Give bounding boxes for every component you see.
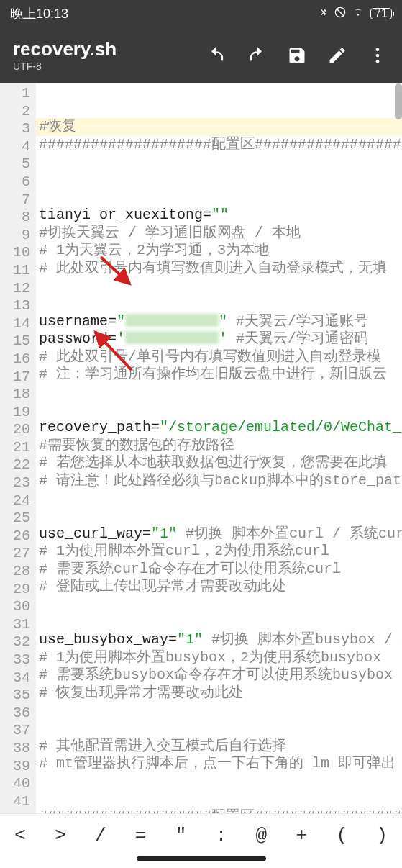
code-line[interactable]: use_curl_way="1" #切换 脚本外置curl / 系统curl <box>36 525 402 543</box>
code-line[interactable]: # 需要系统busybox命令存在才可以使用系统busybox <box>36 666 402 684</box>
code-line[interactable] <box>36 773 402 791</box>
code-line[interactable] <box>36 277 402 295</box>
symbol-key[interactable]: + <box>281 825 321 846</box>
code-editor[interactable]: 1234567891011121314151617181920212223242… <box>0 83 402 813</box>
line-number: 13 <box>0 297 36 315</box>
line-number: 37 <box>0 722 36 740</box>
line-number: 19 <box>0 404 36 422</box>
code-line[interactable]: use_busybox_way="1" #切换 脚本外置busybox / 系 <box>36 631 402 649</box>
line-number: 8 <box>0 209 36 227</box>
line-number: 22 <box>0 456 36 474</box>
code-line[interactable] <box>36 614 402 632</box>
dnd-icon <box>334 6 346 21</box>
code-line[interactable]: # mt管理器执行脚本后，点一下右下角的 lm 即可弹出 <box>36 755 402 773</box>
line-number: 41 <box>0 793 36 811</box>
code-line[interactable]: # 若您选择从本地获取数据包进行恢复，您需要在此填 <box>36 454 402 472</box>
code-line[interactable]: tianyi_or_xuexitong="" <box>36 207 402 225</box>
line-number: 7 <box>0 191 36 209</box>
code-line[interactable] <box>36 384 402 402</box>
svg-point-3 <box>376 54 380 58</box>
line-number: 17 <box>0 369 36 386</box>
line-number: 14 <box>0 315 36 333</box>
line-number: 33 <box>0 651 36 669</box>
bluetooth-icon <box>319 6 329 22</box>
app-bar: recovery.sh UTF-8 <box>0 27 402 83</box>
code-line[interactable]: # 此处双引号/单引号内有填写数值则进入自动登录模 <box>36 348 402 366</box>
code-line[interactable]: recovery_path="/storage/emulated/0/WeCha… <box>36 419 402 437</box>
line-number: 30 <box>0 598 36 616</box>
line-number: 28 <box>0 563 36 581</box>
line-number: 40 <box>0 775 36 793</box>
file-name: recovery.sh <box>13 39 198 60</box>
code-line[interactable]: # 需要系统curl命令存在才可以使用系统curl <box>36 561 402 579</box>
redacted-text <box>125 331 219 344</box>
save-button[interactable] <box>278 37 316 74</box>
symbol-key[interactable]: < <box>0 825 40 846</box>
line-number: 24 <box>0 492 36 510</box>
code-line[interactable]: # 请注意！此处路径必须与backup脚本中的store_pat <box>36 472 402 490</box>
line-number: 31 <box>0 616 36 634</box>
symbol-bar: <>/=":@+() <box>0 813 402 856</box>
code-line[interactable]: ####################配置区################# <box>36 808 402 813</box>
symbol-key[interactable]: > <box>40 825 81 846</box>
code-line[interactable] <box>36 295 402 313</box>
line-number: 12 <box>0 280 36 298</box>
line-number: 20 <box>0 421 36 439</box>
code-line[interactable] <box>36 153 402 171</box>
code-line[interactable]: #恢复 <box>36 118 402 136</box>
code-line[interactable]: #需要恢复的数据包的存放路径 <box>36 437 402 455</box>
line-number: 6 <box>0 173 36 191</box>
line-number: 9 <box>0 227 36 245</box>
symbol-key[interactable]: " <box>161 825 201 846</box>
code-line[interactable]: # 注：学习通所有操作均在旧版云盘中进行，新旧版云 <box>36 366 402 384</box>
code-line[interactable]: #切换天翼云 / 学习通旧版网盘 / 本地 <box>36 225 402 243</box>
symbol-key[interactable]: / <box>81 825 121 846</box>
code-line[interactable]: # 1为使用脚本外置busybox，2为使用系统busybox <box>36 649 402 667</box>
code-line[interactable]: # 登陆或上传出现异常才需要改动此处 <box>36 578 402 596</box>
code-line[interactable] <box>36 791 402 809</box>
code-line[interactable]: # 1为使用脚本外置curl，2为使用系统curl <box>36 543 402 561</box>
symbol-key[interactable]: = <box>121 825 161 846</box>
status-bar: 晚上10:13 71 <box>0 0 402 27</box>
code-line[interactable] <box>36 189 402 207</box>
file-encoding: UTF-8 <box>13 60 198 72</box>
redo-button[interactable] <box>238 37 275 74</box>
symbol-key[interactable]: ) <box>362 825 402 846</box>
line-number: 18 <box>0 386 36 404</box>
code-area[interactable]: #恢复####################配置区##############… <box>36 83 402 813</box>
line-number: 39 <box>0 758 36 776</box>
code-line[interactable]: ####################配置区################# <box>36 136 402 154</box>
code-line[interactable] <box>36 171 402 189</box>
line-number: 5 <box>0 155 36 173</box>
status-right: 71 <box>319 6 392 22</box>
code-line[interactable] <box>36 489 402 507</box>
battery-icon: 71 <box>370 8 392 19</box>
code-line[interactable]: # 恢复出现异常才需要改动此处 <box>36 684 402 702</box>
edit-button[interactable] <box>319 37 356 74</box>
code-line[interactable]: username="" #天翼云/学习通账号 <box>36 313 402 331</box>
line-number: 16 <box>0 351 36 369</box>
line-number: 36 <box>0 705 36 723</box>
symbol-key[interactable]: : <box>201 825 242 846</box>
line-number: 23 <box>0 474 36 492</box>
undo-button[interactable] <box>198 37 235 74</box>
scrollbar-thumb[interactable] <box>395 83 402 119</box>
code-line[interactable]: # 其他配置需进入交互模式后自行选择 <box>36 738 402 756</box>
code-line[interactable]: password='' #天翼云/学习通密码 <box>36 330 402 348</box>
symbol-key[interactable]: ( <box>321 825 362 846</box>
code-line[interactable] <box>36 596 402 614</box>
nav-bar <box>0 856 402 868</box>
symbol-key[interactable]: @ <box>241 825 281 846</box>
code-line[interactable]: # 此处双引号内有填写数值则进入自动登录模式，无填 <box>36 260 402 278</box>
svg-line-1 <box>337 9 344 17</box>
home-indicator[interactable] <box>137 856 266 861</box>
more-menu-button[interactable] <box>359 37 396 74</box>
line-number: 21 <box>0 439 36 457</box>
line-number: 38 <box>0 740 36 758</box>
code-line[interactable] <box>36 702 402 720</box>
code-line[interactable] <box>36 402 402 420</box>
title-block: recovery.sh UTF-8 <box>13 39 198 73</box>
code-line[interactable]: # 1为天翼云，2为学习通，3为本地 <box>36 242 402 260</box>
code-line[interactable] <box>36 507 402 525</box>
code-line[interactable] <box>36 720 402 738</box>
